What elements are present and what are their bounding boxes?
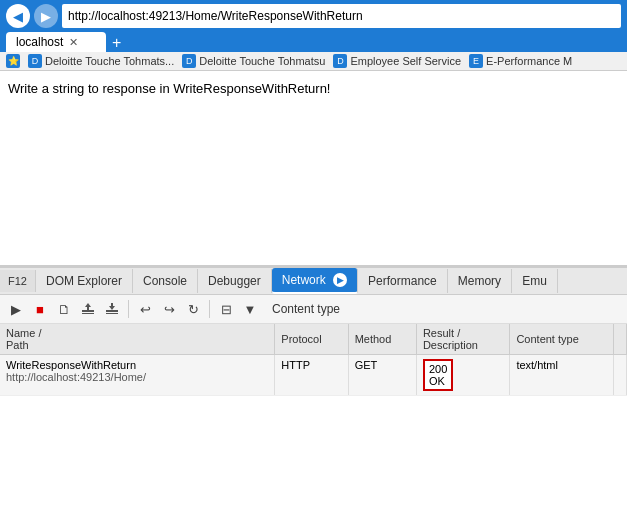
- cell-content-type: text/html: [510, 355, 614, 396]
- cell-result: 200 OK: [416, 355, 509, 396]
- tab-network[interactable]: Network ▶: [272, 268, 358, 294]
- page-content: Write a string to response in WriteRespo…: [0, 71, 627, 266]
- clear-button[interactable]: 🗋: [54, 299, 74, 319]
- tab-f12[interactable]: F12: [0, 270, 36, 292]
- network-table: Name /Path Protocol Method Result /Descr…: [0, 324, 627, 396]
- bookmark-icon: ⭐: [6, 54, 20, 68]
- header-content-type: Content type: [510, 324, 614, 355]
- address-bar[interactable]: [62, 4, 621, 28]
- result-code: 200: [429, 363, 447, 375]
- separator-2: [209, 300, 210, 318]
- svg-rect-1: [82, 313, 94, 314]
- cell-method: GET: [348, 355, 416, 396]
- browser-chrome: ◀ ▶ localhost ✕ +: [0, 0, 627, 52]
- network-table-header: Name /Path Protocol Method Result /Descr…: [0, 324, 627, 355]
- devtools-toolbar: ▶ ■ 🗋 ↩ ↪ ↻ ⊟ ▼ Content type: [0, 295, 627, 324]
- filter-button[interactable]: ⊟: [216, 299, 236, 319]
- play-button[interactable]: ▶: [6, 299, 26, 319]
- tab-bar: localhost ✕ +: [6, 32, 621, 52]
- row-path: http://localhost:49213/Home/: [6, 371, 268, 383]
- bookmark-item[interactable]: ⭐: [6, 54, 20, 68]
- devtools-panel: F12 DOM Explorer Console Debugger Networ…: [0, 266, 627, 396]
- header-protocol: Protocol: [275, 324, 348, 355]
- bookmark-icon-3: D: [333, 54, 347, 68]
- bookmark-icon-2: D: [182, 54, 196, 68]
- tab-performance[interactable]: Performance: [358, 269, 448, 293]
- svg-rect-3: [106, 313, 118, 314]
- nav-back-button[interactable]: ↩: [135, 299, 155, 319]
- new-tab-button[interactable]: +: [108, 34, 125, 52]
- result-highlight-box: 200 OK: [423, 359, 453, 391]
- export-button[interactable]: [78, 299, 98, 319]
- header-extra: [614, 324, 627, 355]
- content-type-label: Content type: [272, 302, 340, 316]
- bookmark-deloitte-tohmatsu[interactable]: D Deloitte Touche Tohmatsu: [182, 54, 325, 68]
- bookmark-eperformance[interactable]: E E-Performance M: [469, 54, 572, 68]
- page-text: Write a string to response in WriteRespo…: [8, 81, 331, 96]
- header-name-path: Name /Path: [0, 324, 275, 355]
- bookmark-label-3: Employee Self Service: [350, 55, 461, 67]
- tab-close-button[interactable]: ✕: [69, 36, 78, 49]
- network-table-container: Name /Path Protocol Method Result /Descr…: [0, 324, 627, 396]
- cell-protocol: HTTP: [275, 355, 348, 396]
- row-name: WriteResponseWithReturn: [6, 359, 268, 371]
- bookmark-icon-4: E: [469, 54, 483, 68]
- network-table-body: WriteResponseWithReturn http://localhost…: [0, 355, 627, 396]
- forward-button[interactable]: ▶: [34, 4, 58, 28]
- header-method: Method: [348, 324, 416, 355]
- bookmark-icon-1: D: [28, 54, 42, 68]
- nav-bar: ◀ ▶: [6, 4, 621, 28]
- tab-debugger[interactable]: Debugger: [198, 269, 272, 293]
- table-row[interactable]: WriteResponseWithReturn http://localhost…: [0, 355, 627, 396]
- bookmark-label-2: Deloitte Touche Tohmatsu: [199, 55, 325, 67]
- devtools-tab-bar: F12 DOM Explorer Console Debugger Networ…: [0, 268, 627, 295]
- stop-button[interactable]: ■: [30, 299, 50, 319]
- bookmarks-bar: ⭐ D Deloitte Touche Tohmats... D Deloitt…: [0, 52, 627, 71]
- svg-rect-2: [106, 310, 118, 312]
- back-button[interactable]: ◀: [6, 4, 30, 28]
- bookmark-label-4: E-Performance M: [486, 55, 572, 67]
- bookmark-deloitte-tohmats[interactable]: D Deloitte Touche Tohmats...: [28, 54, 174, 68]
- nav-refresh-button[interactable]: ↻: [183, 299, 203, 319]
- cell-extra: [614, 355, 627, 396]
- separator-1: [128, 300, 129, 318]
- svg-rect-0: [82, 310, 94, 312]
- header-result: Result /Description: [416, 324, 509, 355]
- browser-tab[interactable]: localhost ✕: [6, 32, 106, 52]
- nav-forward-button[interactable]: ↪: [159, 299, 179, 319]
- filter-dropdown-button[interactable]: ▼: [240, 299, 260, 319]
- tab-label: localhost: [16, 35, 63, 49]
- tab-emulation[interactable]: Emu: [512, 269, 558, 293]
- import-button[interactable]: [102, 299, 122, 319]
- result-description: OK: [429, 375, 447, 387]
- bookmark-label-1: Deloitte Touche Tohmats...: [45, 55, 174, 67]
- tab-memory[interactable]: Memory: [448, 269, 512, 293]
- tab-dom-explorer[interactable]: DOM Explorer: [36, 269, 133, 293]
- cell-name-path: WriteResponseWithReturn http://localhost…: [0, 355, 275, 396]
- bookmark-employee-self-service[interactable]: D Employee Self Service: [333, 54, 461, 68]
- tab-console[interactable]: Console: [133, 269, 198, 293]
- network-play-icon: ▶: [333, 273, 347, 287]
